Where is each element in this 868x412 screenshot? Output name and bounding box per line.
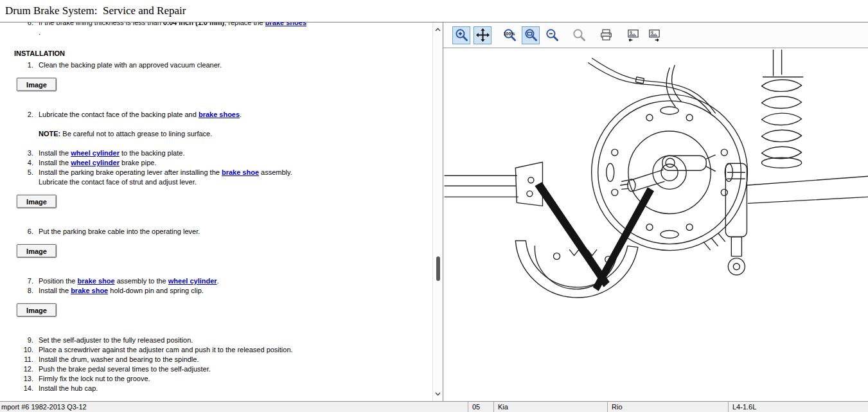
step-number: 9. xyxy=(14,336,33,345)
step-number: 7. xyxy=(14,276,33,286)
step-number: 2. xyxy=(14,110,33,120)
step-text: Place a screwdriver against the adjuster… xyxy=(39,345,293,355)
step-item: 6.Put the parking brake cable into the o… xyxy=(14,227,429,237)
step-item: 1.Clean the backing plate with an approv… xyxy=(14,60,429,70)
printer-icon xyxy=(599,28,614,42)
step-number: 4. xyxy=(14,158,33,168)
step-number: 11. xyxy=(14,355,33,364)
step-item: 8.Install the brake shoe hold-down pin a… xyxy=(14,286,429,296)
step-item: 14.Install the hub cap. xyxy=(14,384,429,393)
step-item: 7.Position the brake shoe assembly to th… xyxy=(14,276,429,286)
shock-absorber xyxy=(725,163,747,275)
zoom-100-button[interactable]: 100% xyxy=(500,26,518,44)
image-button[interactable]: Image xyxy=(17,244,57,258)
doc-text: . xyxy=(39,28,40,36)
figure-next-icon xyxy=(647,28,662,42)
step-text: Firmly fix the lock nut to the groove. xyxy=(39,374,150,384)
section-heading: INSTALLATION xyxy=(14,49,429,58)
status-bar: mport #6 1982-2013 Q3-12 05KiaRioL4-1.6L xyxy=(0,401,868,412)
doc-text: Install the xyxy=(39,149,71,157)
backing-plate xyxy=(592,94,748,251)
doc-link[interactable]: brake shoe xyxy=(71,287,108,294)
scrollbar-thumb[interactable] xyxy=(436,256,440,281)
brake-pipes xyxy=(589,58,716,113)
step-item: 12.Push the brake pedal several times to… xyxy=(14,364,429,374)
scroll-down-button[interactable] xyxy=(433,389,443,399)
doc-link[interactable]: wheel cylinder xyxy=(71,159,120,166)
doc-text: Install the xyxy=(39,287,71,294)
document-body: 6.If the brake lining thickness is less … xyxy=(0,22,432,401)
figure-prev-button[interactable] xyxy=(624,26,642,44)
step-text: Position the brake shoe assembly to the … xyxy=(39,276,219,286)
doc-text: Place a screwdriver against the adjuster… xyxy=(39,346,293,354)
doc-text: , replace the xyxy=(224,22,265,26)
doc-text: Put the parking brake cable into the ope… xyxy=(39,228,200,235)
zoom-in-icon xyxy=(454,28,469,42)
axle-beam xyxy=(445,162,542,206)
status-cell-make: Kia xyxy=(493,402,607,412)
step-number: 6. xyxy=(14,22,33,37)
step-text: Install the wheel cylinder brake pipe. xyxy=(39,158,156,168)
doc-text: Push the brake pedal several times to th… xyxy=(39,365,211,373)
main-split: 6.If the brake lining thickness is less … xyxy=(0,22,868,401)
zoom-area-button[interactable] xyxy=(522,26,540,44)
vertical-scrollbar[interactable] xyxy=(432,22,443,401)
viewer-toolbar: 100% xyxy=(443,22,868,48)
step-number: 8. xyxy=(14,286,33,296)
step-text: Install the brake shoe hold-down pin and… xyxy=(39,286,204,296)
step-number: 5. xyxy=(14,168,33,187)
doc-text: brake pipe. xyxy=(120,159,156,166)
note-block: NOTE: Be careful not to attach grease to… xyxy=(39,129,429,139)
brake-assembly-illustration xyxy=(443,48,868,401)
step-item: 3.Install the wheel cylinder to the back… xyxy=(14,148,429,158)
image-button[interactable]: Image xyxy=(17,78,57,91)
doc-link[interactable]: brake shoe xyxy=(222,168,259,176)
doc-text: Install the xyxy=(39,159,71,166)
step-number: 6. xyxy=(14,227,33,237)
note-label: NOTE: xyxy=(39,130,60,138)
doc-link[interactable]: wheel cylinder xyxy=(71,149,120,157)
status-dataset: mport #6 1982-2013 Q3-12 xyxy=(0,402,468,412)
zoom-out-button[interactable] xyxy=(543,26,561,44)
step-item: 6.If the brake lining thickness is less … xyxy=(14,22,429,37)
step-item: 4.Install the wheel cylinder brake pipe. xyxy=(14,158,429,168)
step-text: Set the self-adjuster to the fully relea… xyxy=(39,336,193,345)
step-text: Install the parking brake operating leve… xyxy=(39,168,292,187)
step-text: Install the wheel cylinder to the backin… xyxy=(39,148,184,158)
status-cell-engine: L4-1.6L xyxy=(728,402,868,412)
doc-link[interactable]: brake shoes xyxy=(199,111,240,118)
step-number: 10. xyxy=(14,345,33,355)
doc-link[interactable]: wheel cylinder xyxy=(168,277,217,285)
doc-text: Install the drum, washer and bearing to … xyxy=(39,355,199,363)
doc-link[interactable]: brake shoe xyxy=(78,277,115,285)
doc-bold-text: 0.04 inch (1.0 mm) xyxy=(163,22,224,26)
step-item: 11.Install the drum, washer and bearing … xyxy=(14,355,429,364)
adjusting-tools xyxy=(535,182,654,291)
viewer-canvas xyxy=(443,48,868,401)
doc-link[interactable]: brake shoes xyxy=(265,22,306,26)
step-item: 9.Set the self-adjuster to the fully rel… xyxy=(14,336,429,345)
figure-prev-icon xyxy=(626,28,641,42)
step-item: 2.Lubricate the contact face of the back… xyxy=(14,110,429,120)
scroll-up-button[interactable] xyxy=(433,24,443,35)
doc-text: . xyxy=(240,111,242,118)
page-title: Drum Brake System: Service and Repair xyxy=(0,0,868,22)
print-button[interactable] xyxy=(597,26,615,44)
doc-text: Lubricate the contact face of the backin… xyxy=(39,111,199,118)
image-button[interactable]: Image xyxy=(17,303,57,317)
doc-text: Firmly fix the lock nut to the groove. xyxy=(39,375,150,382)
step-number: 3. xyxy=(14,148,33,158)
doc-text: Position the xyxy=(39,277,78,285)
step-item: 10.Place a screwdriver against the adjus… xyxy=(14,345,429,355)
pan-button[interactable] xyxy=(474,26,492,44)
doc-text: hold-down pin and spring clip. xyxy=(108,287,204,294)
figure-next-button[interactable] xyxy=(645,26,663,44)
step-item: 13.Firmly fix the lock nut to the groove… xyxy=(14,374,429,384)
image-button[interactable]: Image xyxy=(17,195,57,208)
step-item: 5.Install the parking brake operating le… xyxy=(14,168,429,187)
step-text: If the brake lining thickness is less th… xyxy=(39,22,306,37)
image-viewer-panel: 100% xyxy=(443,22,868,401)
step-number: 12. xyxy=(14,364,33,374)
zoom-in-button[interactable] xyxy=(452,26,470,44)
pan-icon xyxy=(475,28,490,42)
